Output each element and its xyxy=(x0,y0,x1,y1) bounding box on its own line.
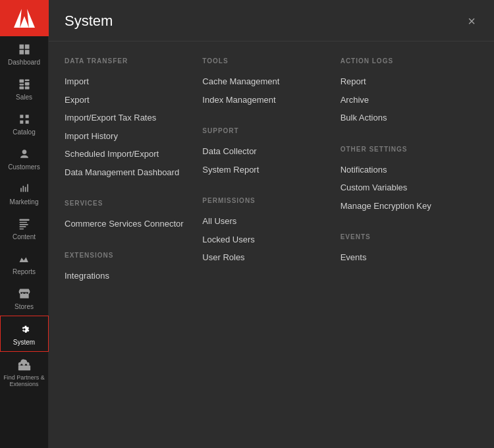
extensions-icon xyxy=(18,358,31,372)
section-heading-services: SERVICES xyxy=(65,200,192,207)
svg-rect-1 xyxy=(19,84,24,86)
system-icon xyxy=(18,323,31,336)
section-action-logs: ACTION LOGS Report Archive Bulk Actions xyxy=(341,57,468,127)
section-heading-data-transfer: DATA TRANSFER xyxy=(65,57,192,65)
stores-icon xyxy=(18,287,31,300)
sidebar-item-label: Stores xyxy=(14,303,34,310)
section-support: SUPPORT Data Collector System Report xyxy=(202,127,329,179)
marketing-icon xyxy=(18,182,31,196)
sidebar-item-dashboard[interactable]: Dashboard xyxy=(0,36,49,71)
link-locked-users[interactable]: Locked Users xyxy=(202,231,329,249)
sidebar-item-reports[interactable]: Reports xyxy=(0,246,49,281)
sidebar-item-label: Content xyxy=(13,233,36,240)
svg-rect-5 xyxy=(24,86,29,89)
close-button[interactable]: × xyxy=(465,12,478,30)
sidebar: Dashboard Sales Catalog Customers Market… xyxy=(0,0,49,448)
section-heading-permissions: PERMISSIONS xyxy=(202,197,329,204)
sidebar-item-catalog[interactable]: Catalog xyxy=(0,106,49,141)
section-extensions: EXTENSIONS Integrations xyxy=(65,252,192,285)
main-content: System × DATA TRANSFER Import Export Imp… xyxy=(49,0,494,448)
sidebar-item-customers[interactable]: Customers xyxy=(0,141,49,176)
reports-icon xyxy=(18,252,31,266)
menu-column-2: TOOLS Cache Management Index Management … xyxy=(202,57,340,432)
svg-rect-6 xyxy=(19,219,29,221)
sidebar-item-content[interactable]: Content xyxy=(0,211,49,246)
link-all-users[interactable]: All Users xyxy=(202,212,329,231)
link-data-collector[interactable]: Data Collector xyxy=(202,142,329,161)
section-heading-support: SUPPORT xyxy=(202,127,329,134)
sidebar-item-label: Marketing xyxy=(10,198,39,206)
link-user-roles[interactable]: User Roles xyxy=(202,248,329,267)
logo[interactable] xyxy=(0,0,49,36)
link-bulk-actions[interactable]: Bulk Actions xyxy=(341,109,468,127)
menu-grid: DATA TRANSFER Import Export Import/Expor… xyxy=(49,42,494,448)
page-title: System xyxy=(65,13,113,30)
sidebar-item-marketing[interactable]: Marketing xyxy=(0,176,49,211)
link-manage-encryption-key[interactable]: Manage Encryption Key xyxy=(341,197,468,215)
sidebar-item-sales[interactable]: Sales xyxy=(0,71,49,106)
section-heading-tools: TOOLS xyxy=(202,57,329,65)
section-heading-action-logs: ACTION LOGS xyxy=(341,57,468,65)
link-scheduled-import-export[interactable]: Scheduled Import/Export xyxy=(65,145,192,163)
sidebar-item-stores[interactable]: Stores xyxy=(0,281,49,316)
svg-rect-8 xyxy=(19,224,28,225)
link-index-management[interactable]: Index Management xyxy=(202,91,329,109)
sidebar-item-label: Find Partners & Extensions xyxy=(3,374,46,387)
section-permissions: PERMISSIONS All Users Locked Users User … xyxy=(202,197,329,267)
sidebar-item-label: System xyxy=(13,339,35,346)
link-report[interactable]: Report xyxy=(341,72,468,91)
adobe-logo-icon xyxy=(14,8,35,29)
link-commerce-services-connector[interactable]: Commerce Services Connector xyxy=(65,215,192,233)
sidebar-item-find-partners[interactable]: Find Partners & Extensions xyxy=(0,352,49,393)
link-import-history[interactable]: Import History xyxy=(65,127,192,146)
sidebar-item-label: Reports xyxy=(13,268,36,275)
svg-rect-4 xyxy=(24,82,29,86)
content-icon xyxy=(18,217,31,231)
sidebar-item-system[interactable]: System xyxy=(0,316,49,352)
link-data-management-dashboard[interactable]: Data Management Dashboard xyxy=(65,163,192,182)
catalog-icon xyxy=(18,113,31,126)
svg-rect-0 xyxy=(19,80,24,83)
menu-column-3: ACTION LOGS Report Archive Bulk Actions … xyxy=(341,57,478,432)
section-events: EVENTS Events xyxy=(341,233,468,267)
sidebar-item-label: Sales xyxy=(16,94,32,101)
link-export[interactable]: Export xyxy=(65,91,192,109)
sales-icon xyxy=(18,78,31,91)
dashboard-icon xyxy=(18,43,31,56)
link-cache-management[interactable]: Cache Management xyxy=(202,72,329,91)
sidebar-item-label: Customers xyxy=(8,163,40,171)
customers-icon xyxy=(18,148,31,161)
sidebar-item-label: Catalog xyxy=(13,128,35,136)
section-other-settings: OTHER SETTINGS Notifications Custom Vari… xyxy=(341,146,468,215)
sidebar-item-label: Dashboard xyxy=(8,59,40,66)
link-import[interactable]: Import xyxy=(65,72,192,91)
section-heading-events: EVENTS xyxy=(341,233,468,240)
menu-column-1: DATA TRANSFER Import Export Import/Expor… xyxy=(65,57,202,432)
section-heading-extensions: EXTENSIONS xyxy=(65,252,192,259)
link-custom-variables[interactable]: Custom Variables xyxy=(341,179,468,197)
link-import-export-tax[interactable]: Import/Export Tax Rates xyxy=(65,109,192,127)
menu-header: System × xyxy=(49,0,494,42)
svg-rect-2 xyxy=(19,86,24,89)
svg-rect-11 xyxy=(18,366,30,371)
link-integrations[interactable]: Integrations xyxy=(65,267,192,285)
svg-rect-10 xyxy=(19,229,24,230)
section-tools: TOOLS Cache Management Index Management xyxy=(202,57,329,109)
link-notifications[interactable]: Notifications xyxy=(341,161,468,179)
link-archive[interactable]: Archive xyxy=(341,91,468,109)
link-system-report[interactable]: System Report xyxy=(202,161,329,179)
section-data-transfer: DATA TRANSFER Import Export Import/Expor… xyxy=(65,57,192,181)
section-heading-other-settings: OTHER SETTINGS xyxy=(341,146,468,153)
svg-rect-3 xyxy=(24,80,29,82)
section-services: SERVICES Commerce Services Connector xyxy=(65,200,192,233)
svg-rect-9 xyxy=(19,226,26,227)
link-events[interactable]: Events xyxy=(341,248,468,267)
svg-rect-7 xyxy=(19,222,27,223)
